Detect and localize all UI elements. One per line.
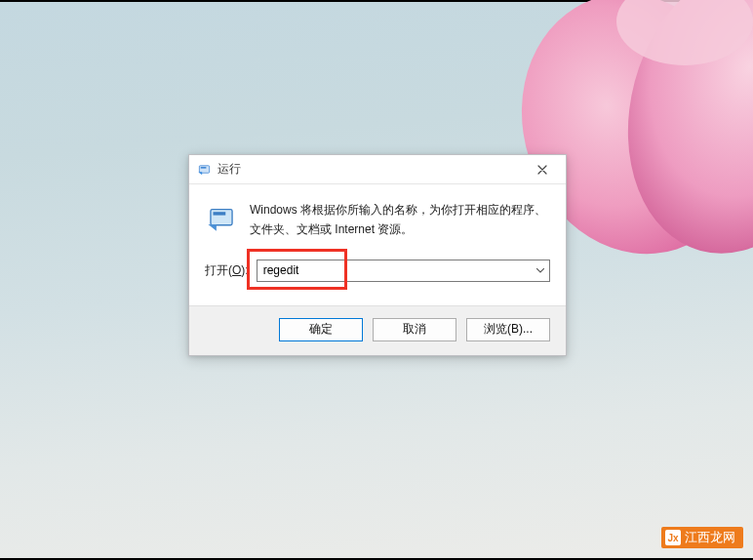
open-combobox[interactable] xyxy=(257,260,550,282)
dialog-title: 运行 xyxy=(218,161,241,178)
ok-button[interactable]: 确定 xyxy=(279,318,363,341)
browse-button[interactable]: 浏览(B)... xyxy=(466,318,550,341)
run-big-icon xyxy=(205,202,238,235)
svg-rect-5 xyxy=(201,167,207,168)
cancel-button[interactable]: 取消 xyxy=(373,318,456,341)
watermark: Jx 江西龙网 xyxy=(661,527,743,548)
dialog-description: Windows 将根据你所输入的名称，为你打开相应的程序、文件夹、文档或 Int… xyxy=(250,200,550,240)
desktop-background: 运行 Windows 将根据你所输入的名称，为你打开相应的程序、文件夹、文档或 … xyxy=(0,0,753,560)
svg-rect-3 xyxy=(199,166,209,174)
watermark-logo: Jx xyxy=(665,530,681,545)
run-dialog: 运行 Windows 将根据你所输入的名称，为你打开相应的程序、文件夹、文档或 … xyxy=(188,154,567,356)
dialog-footer: 确定 取消 浏览(B)... xyxy=(189,305,566,355)
open-label: 打开(O): xyxy=(205,262,249,279)
titlebar: 运行 xyxy=(189,155,566,184)
run-icon xyxy=(197,162,212,177)
watermark-text: 江西龙网 xyxy=(685,529,735,546)
svg-rect-8 xyxy=(214,212,226,215)
close-icon xyxy=(537,165,547,175)
dialog-body: Windows 将根据你所输入的名称，为你打开相应的程序、文件夹、文档或 Int… xyxy=(189,184,566,305)
open-input[interactable] xyxy=(257,260,550,282)
close-button[interactable] xyxy=(525,158,560,181)
svg-rect-6 xyxy=(211,210,232,225)
